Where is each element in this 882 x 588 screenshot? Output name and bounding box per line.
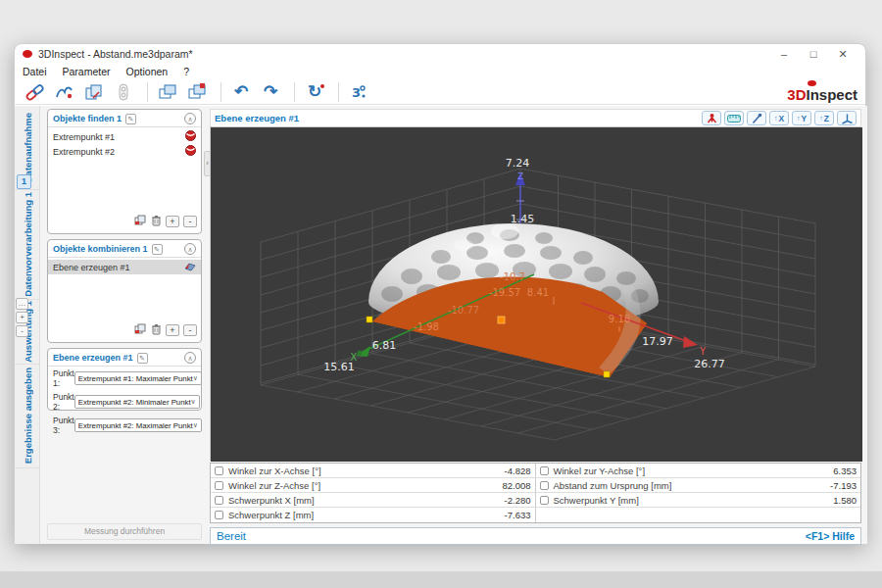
result-checkbox[interactable] xyxy=(540,496,549,505)
close-button[interactable]: ✕ xyxy=(828,45,858,63)
window-title: 3DInspect - Abstand.me3dparam* xyxy=(38,48,769,60)
viewport-header: Ebene erzeugen #1 ↑X ↑Y ↑Z xyxy=(210,109,861,126)
annotation: -10.7 xyxy=(500,271,525,282)
left-panel-column: Objekte finden 1 ✎ ∧ Extrempunkt #1 Extr… xyxy=(40,106,204,544)
viewport-column: Ebene erzeugen #1 ↑X ↑Y ↑Z xyxy=(210,109,861,544)
result-row: Schwerpunkt Y [mm]1.580 xyxy=(536,493,861,508)
extrempunkt-icon xyxy=(185,130,196,143)
annotation: 7.24 xyxy=(506,157,530,170)
3d-canvas[interactable]: 7.24 Z 1.45 -10.7 -19.57 8.41 -10.77 -1.… xyxy=(210,126,861,461)
result-row: Schwerpunkt Z [mm]-7.633 xyxy=(211,508,536,522)
view-iso-button[interactable] xyxy=(837,111,857,125)
centroid-marker xyxy=(498,317,505,323)
annotation: 1.45 xyxy=(511,213,535,225)
view-x-button[interactable]: ↑X xyxy=(769,111,789,125)
menu-datei[interactable]: Datei xyxy=(23,66,47,77)
viewport-title: Ebene erzeugen #1 xyxy=(215,113,699,123)
annotation: 9.18 xyxy=(609,314,630,324)
z-axis-label: Z xyxy=(517,172,523,181)
edit-icon[interactable]: ✎ xyxy=(125,114,136,124)
chevron-down-icon: ∨ xyxy=(193,421,198,429)
result-checkbox[interactable] xyxy=(540,466,549,475)
panel-title: Objekte kombinieren 1 xyxy=(53,244,148,254)
new-measurement-icon[interactable] xyxy=(52,81,77,103)
add-object-button[interactable]: + xyxy=(166,324,179,336)
annotation: -10.77 xyxy=(448,305,479,316)
remove-object-button[interactable]: - xyxy=(183,216,197,227)
sensor-icon[interactable] xyxy=(111,81,136,103)
duplicate-icon[interactable] xyxy=(134,321,147,339)
collapse-icon[interactable]: ∧ xyxy=(184,113,196,124)
result-row: Abstand zum Ursprung [mm]-7.193 xyxy=(536,478,861,493)
tab-datenvorverarbeitung[interactable]: Datenvorverarbeitung 1 xyxy=(15,190,40,300)
edit-icon[interactable]: ✎ xyxy=(137,353,148,364)
punkt1-select[interactable]: Extrempunkt #1: Maximaler Punkt ∨ xyxy=(74,371,202,385)
delete-icon[interactable] xyxy=(151,321,162,339)
toolbar-separator xyxy=(338,82,339,102)
workflow-tabstrip: Datenaufnahme Datenvorverarbeitung 1 Aus… xyxy=(15,106,40,544)
remove-object-button[interactable]: - xyxy=(183,324,197,336)
toolbar-separator xyxy=(147,82,148,102)
svg-text:3: 3 xyxy=(352,85,361,100)
annotation: -1.98 xyxy=(414,321,439,332)
chevron-down-icon: ∨ xyxy=(191,398,196,406)
duplicate-icon[interactable] xyxy=(134,213,147,230)
pick-point-icon[interactable] xyxy=(747,111,766,125)
result-checkbox[interactable] xyxy=(215,496,223,505)
brand-logo: 3DInspect xyxy=(787,80,858,104)
corner-marker xyxy=(604,371,610,377)
list-item-extrempunkt-2[interactable]: Extrempunkt #2 xyxy=(48,144,201,159)
menu-help[interactable]: ? xyxy=(183,66,189,77)
corner-marker xyxy=(367,317,372,322)
load-parameters-icon[interactable] xyxy=(81,81,107,103)
punkt3-label: Punkt 3: xyxy=(53,416,74,435)
panel-title: Ebene erzeugen #1 xyxy=(53,353,133,363)
result-row: Winkel zur Y-Achse [°]6.353 xyxy=(536,464,861,478)
paste-view-icon[interactable] xyxy=(184,81,210,103)
menu-bar: Datei Parameter Optionen ? xyxy=(15,64,865,79)
view-y-button[interactable]: ↑Y xyxy=(792,111,811,125)
edit-icon[interactable]: ✎ xyxy=(152,244,163,255)
list-item-ebene-erzeugen[interactable]: Ebene erzeugen #1 xyxy=(48,260,201,274)
punkt3-select[interactable]: Extrempunkt #2: Maximaler Punkt ∨ xyxy=(74,418,202,432)
tab-add-button[interactable]: + xyxy=(16,312,28,323)
main-area: Datenaufnahme Datenvorverarbeitung 1 Aus… xyxy=(15,106,867,544)
pipeline-badge[interactable]: 1 xyxy=(17,174,31,189)
measure-button[interactable]: Messung durchführen xyxy=(47,523,202,540)
tab-ergebnisse[interactable]: Ergebnisse ausgeben xyxy=(15,365,40,468)
panel-ebene-erzeugen: Ebene erzeugen #1 ✎ ∧ Punkt 1: Extrempun… xyxy=(47,348,202,411)
title-bar: 3DInspect - Abstand.me3dparam* – □ ✕ xyxy=(15,44,865,64)
points-3d-icon[interactable]: 3 xyxy=(346,81,371,103)
collapse-icon[interactable]: ∧ xyxy=(184,243,196,255)
extrempunkt-icon xyxy=(185,145,196,158)
result-checkbox[interactable] xyxy=(215,466,223,475)
menu-parameter[interactable]: Parameter xyxy=(63,66,111,77)
result-checkbox[interactable] xyxy=(540,481,549,490)
tab-more-button[interactable]: … xyxy=(16,298,28,310)
annotation: 15.61 xyxy=(323,361,355,373)
minimize-button[interactable]: – xyxy=(769,45,799,63)
view-z-button[interactable]: ↑Z xyxy=(814,111,834,125)
results-table: Winkel zur X-Achse [°]-4.828 Winkel zur … xyxy=(210,463,861,523)
probe-icon[interactable] xyxy=(702,111,721,125)
reset-view-icon[interactable]: ↻ xyxy=(302,81,327,103)
collapse-icon[interactable]: ∧ xyxy=(184,352,196,364)
undo-icon[interactable]: ↶ xyxy=(228,81,254,103)
list-item-extrempunkt-1[interactable]: Extrempunkt #1 xyxy=(48,129,201,144)
copy-view-icon[interactable] xyxy=(155,81,180,103)
annotation: 6.81 xyxy=(372,339,397,352)
panel-title: Objekte finden 1 xyxy=(53,114,122,123)
result-checkbox[interactable] xyxy=(215,481,223,490)
menu-optionen[interactable]: Optionen xyxy=(126,66,169,77)
status-text: Bereit xyxy=(217,530,806,542)
tab-remove-button[interactable]: - xyxy=(16,325,28,337)
connect-icon[interactable] xyxy=(23,81,48,103)
result-checkbox[interactable] xyxy=(215,511,223,519)
punkt2-select[interactable]: Extrempunkt #2: Minimaler Punkt ∨ xyxy=(74,395,200,409)
add-object-button[interactable]: + xyxy=(166,216,179,227)
delete-icon[interactable] xyxy=(151,213,162,230)
panel-objekte-finden: Objekte finden 1 ✎ ∧ Extrempunkt #1 Extr… xyxy=(47,109,202,234)
maximize-button[interactable]: □ xyxy=(799,45,828,63)
measure-tape-icon[interactable] xyxy=(724,111,744,125)
redo-icon[interactable]: ↷ xyxy=(258,81,283,103)
